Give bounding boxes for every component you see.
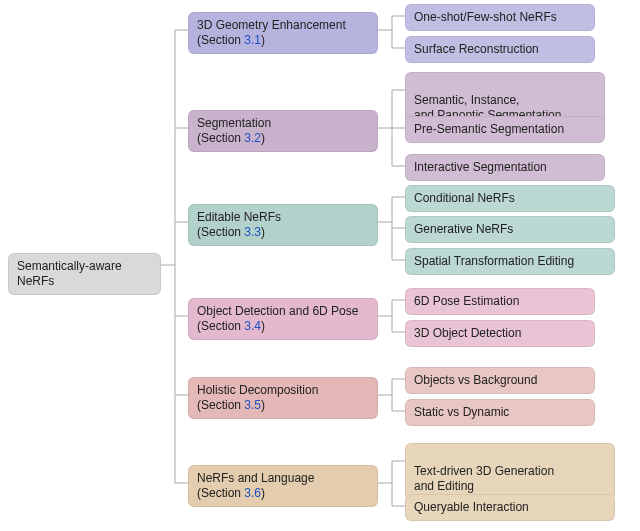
section-node-3-3: Editable NeRFs (Section 3.3) (188, 204, 378, 246)
section-title: Holistic Decomposition (197, 383, 369, 398)
section-ref: (Section 3.5) (197, 398, 369, 413)
section-title: Segmentation (197, 116, 369, 131)
root-node: Semantically-aware NeRFs (8, 253, 161, 295)
section-link[interactable]: 3.3 (244, 225, 261, 239)
leaf-label: 3D Object Detection (414, 326, 521, 340)
section-ref: (Section 3.2) (197, 131, 369, 146)
leaf-node: 6D Pose Estimation (405, 288, 595, 315)
leaf-label: 6D Pose Estimation (414, 294, 519, 308)
section-node-3-5: Holistic Decomposition (Section 3.5) (188, 377, 378, 419)
section-title: Editable NeRFs (197, 210, 369, 225)
leaf-node: One-shot/Few-shot NeRFs (405, 4, 595, 31)
leaf-node: Queryable Interaction (405, 494, 615, 521)
leaf-node: Surface Reconstruction (405, 36, 595, 63)
section-title: 3D Geometry Enhancement (197, 18, 369, 33)
leaf-label: Conditional NeRFs (414, 191, 515, 205)
section-node-3-2: Segmentation (Section 3.2) (188, 110, 378, 152)
leaf-label: Pre-Semantic Segmentation (414, 122, 564, 136)
leaf-node: Interactive Segmentation (405, 154, 605, 181)
leaf-node: Generative NeRFs (405, 216, 615, 243)
leaf-label: Queryable Interaction (414, 500, 529, 514)
leaf-node: Pre-Semantic Segmentation (405, 116, 605, 143)
leaf-node: Spatial Transformation Editing (405, 248, 615, 275)
section-link[interactable]: 3.1 (244, 33, 261, 47)
leaf-label: Surface Reconstruction (414, 42, 539, 56)
section-node-3-4: Object Detection and 6D Pose (Section 3.… (188, 298, 378, 340)
leaf-label: Interactive Segmentation (414, 160, 547, 174)
leaf-label: One-shot/Few-shot NeRFs (414, 10, 557, 24)
section-title: Object Detection and 6D Pose (197, 304, 369, 319)
leaf-node: 3D Object Detection (405, 320, 595, 347)
section-link[interactable]: 3.4 (244, 319, 261, 333)
leaf-label: Objects vs Background (414, 373, 537, 387)
section-ref: (Section 3.1) (197, 33, 369, 48)
section-ref: (Section 3.6) (197, 486, 369, 501)
leaf-label: Generative NeRFs (414, 222, 513, 236)
leaf-label: Static vs Dynamic (414, 405, 509, 419)
leaf-label: Text-driven 3D Generation and Editing (414, 464, 554, 493)
root-label: Semantically-aware NeRFs (17, 259, 122, 288)
section-link[interactable]: 3.2 (244, 131, 261, 145)
section-link[interactable]: 3.6 (244, 486, 261, 500)
section-link[interactable]: 3.5 (244, 398, 261, 412)
leaf-label: Spatial Transformation Editing (414, 254, 574, 268)
section-ref: (Section 3.4) (197, 319, 369, 334)
leaf-node: Conditional NeRFs (405, 185, 615, 212)
leaf-node: Text-driven 3D Generation and Editing (405, 443, 615, 500)
section-title: NeRFs and Language (197, 471, 369, 486)
section-node-3-1: 3D Geometry Enhancement (Section 3.1) (188, 12, 378, 54)
section-node-3-6: NeRFs and Language (Section 3.6) (188, 465, 378, 507)
leaf-node: Static vs Dynamic (405, 399, 595, 426)
leaf-node: Objects vs Background (405, 367, 595, 394)
section-ref: (Section 3.3) (197, 225, 369, 240)
